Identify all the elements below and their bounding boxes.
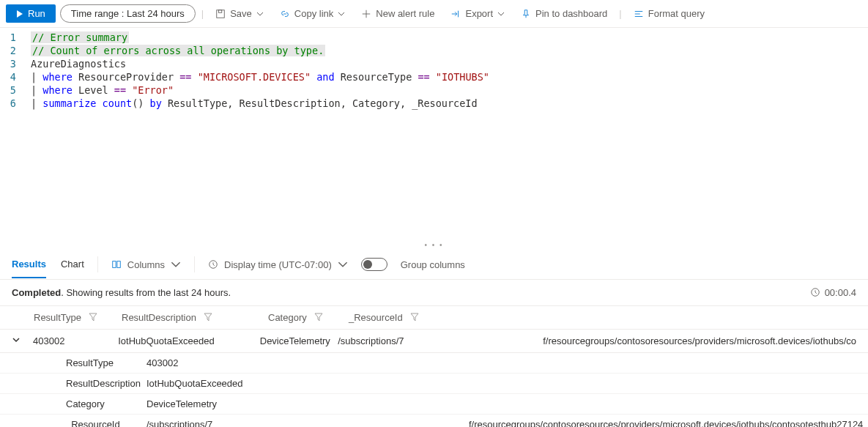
filter-icon[interactable] <box>314 313 323 322</box>
format-icon <box>634 9 644 19</box>
table-header-row: ResultType ResultDescription Category _R… <box>0 305 868 330</box>
columns-button[interactable]: Columns <box>111 259 181 270</box>
result-tabs: Results Chart <box>12 251 84 278</box>
chevron-down-icon <box>338 10 345 18</box>
row-detail: ResultType403002ResultDescriptionIotHubQ… <box>0 353 868 428</box>
format-query-button[interactable]: Format query <box>628 5 711 22</box>
run-button[interactable]: Run <box>6 4 56 23</box>
time-range-value: Last 24 hours <box>127 8 185 19</box>
cell-resourceid: /subscriptions/7f/resourcegroups/contoso… <box>338 335 856 346</box>
header-resourceid[interactable]: _ResourceId <box>349 312 403 323</box>
detail-row: _ResourceId/subscriptions/7f/resourcegro… <box>0 415 868 428</box>
toolbar: Run Time range : Last 24 hours | Save Co… <box>0 0 868 28</box>
pin-label: Pin to dashboard <box>535 8 607 19</box>
resize-grip[interactable]: • • • <box>0 240 868 250</box>
expand-toggle[interactable] <box>12 335 33 346</box>
separator <box>194 256 195 272</box>
columns-label: Columns <box>127 259 165 270</box>
copy-link-button[interactable]: Copy link <box>274 5 351 22</box>
elapsed-time: 00:00.4 <box>825 287 856 298</box>
run-label: Run <box>28 8 45 19</box>
detail-row: ResultType403002 <box>0 353 868 374</box>
results-toolbar: Results Chart Columns Display time (UTC-… <box>0 250 868 280</box>
tab-results[interactable]: Results <box>12 251 46 278</box>
clock-icon <box>810 287 820 297</box>
new-alert-label: New alert rule <box>376 8 434 19</box>
chevron-down-icon <box>256 10 264 18</box>
tab-chart[interactable]: Chart <box>61 251 84 278</box>
query-editor[interactable]: 123456 // Error summary// Count of error… <box>0 28 868 117</box>
detail-key: ResultDescription <box>66 378 146 389</box>
filter-icon[interactable] <box>410 313 419 322</box>
time-range-picker[interactable]: Time range : Last 24 hours <box>60 4 196 23</box>
detail-key: _ResourceId <box>66 419 146 428</box>
link-icon <box>280 9 290 19</box>
svg-rect-3 <box>117 261 120 268</box>
play-icon <box>16 10 23 18</box>
cell-category: DeviceTelemetry <box>260 335 338 346</box>
save-icon <box>215 9 226 19</box>
header-resulttype[interactable]: ResultType <box>34 312 81 323</box>
chevron-down-icon <box>497 10 505 18</box>
columns-icon <box>111 259 122 270</box>
status-bar: Completed. Showing results from the last… <box>0 280 868 305</box>
detail-value: 403002 <box>146 357 868 368</box>
copy-link-label: Copy link <box>294 8 333 19</box>
detail-key: Category <box>66 398 146 409</box>
svg-rect-0 <box>217 10 225 18</box>
separator <box>97 256 98 272</box>
format-label: Format query <box>648 8 705 19</box>
detail-value: IotHubQuotaExceeded <box>146 378 868 389</box>
group-columns-label: Group columns <box>401 259 465 270</box>
group-columns-toggle[interactable] <box>361 258 387 271</box>
clock-icon <box>208 259 218 270</box>
filter-icon[interactable] <box>89 313 97 322</box>
detail-key: ResultType <box>66 357 146 368</box>
table-row[interactable]: 403002IotHubQuotaExceededDeviceTelemetry… <box>0 330 868 353</box>
chevron-down-icon <box>338 259 348 270</box>
display-time-label: Display time (UTC-07:00) <box>224 259 332 270</box>
separator: | <box>619 8 621 19</box>
header-category[interactable]: Category <box>268 312 307 323</box>
svg-rect-2 <box>113 261 116 268</box>
new-alert-button[interactable]: New alert rule <box>355 5 440 22</box>
plus-icon <box>361 9 371 19</box>
display-time-button[interactable]: Display time (UTC-07:00) <box>208 259 348 270</box>
detail-row: CategoryDeviceTelemetry <box>0 394 868 415</box>
export-label: Export <box>465 8 493 19</box>
detail-value: /subscriptions/7f/resourcegroups/contoso… <box>146 419 868 428</box>
time-range-label: Time range : <box>71 8 125 19</box>
detail-value: DeviceTelemetry <box>146 398 868 409</box>
cell-resultdescription: IotHubQuotaExceeded <box>118 335 260 346</box>
pin-icon <box>521 9 531 19</box>
pin-button[interactable]: Pin to dashboard <box>515 5 613 22</box>
svg-rect-1 <box>219 10 222 12</box>
status-msg: . Showing results from the last 24 hours… <box>61 287 231 298</box>
export-button[interactable]: Export <box>445 5 511 22</box>
save-button[interactable]: Save <box>209 5 270 22</box>
status-completed: Completed <box>12 287 61 298</box>
code-area[interactable]: // Error summary// Count of errors acros… <box>22 31 489 110</box>
export-icon <box>450 9 461 19</box>
separator: | <box>201 8 204 19</box>
cell-resulttype: 403002 <box>33 335 118 346</box>
results-table: ResultType ResultDescription Category _R… <box>0 305 868 428</box>
filter-icon[interactable] <box>204 313 212 322</box>
chevron-down-icon <box>171 259 181 270</box>
detail-row: ResultDescriptionIotHubQuotaExceeded <box>0 374 868 394</box>
line-gutter: 123456 <box>0 31 22 110</box>
header-resultdescription[interactable]: ResultDescription <box>122 312 196 323</box>
save-label: Save <box>230 8 252 19</box>
